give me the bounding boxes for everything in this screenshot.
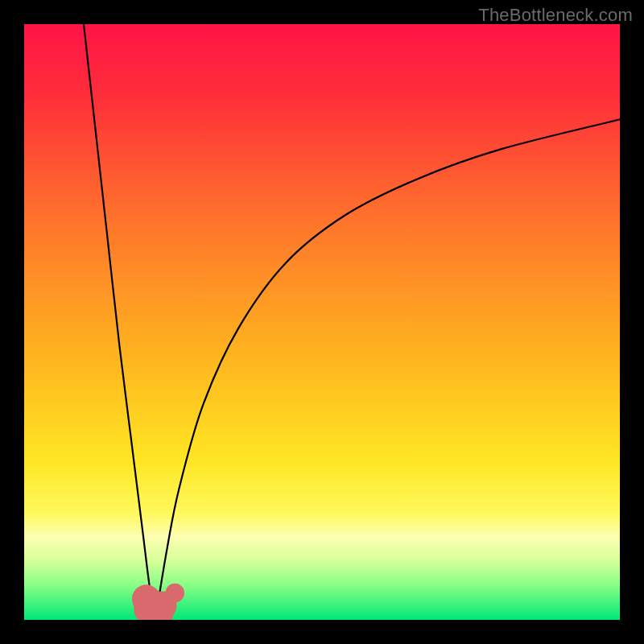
chart-frame: TheBottleneck.com — [0, 0, 644, 644]
valley-markers — [132, 584, 184, 620]
plot-area — [24, 24, 620, 620]
left-branch-curve — [84, 24, 155, 620]
right-branch-curve — [155, 119, 620, 620]
watermark-text: TheBottleneck.com — [478, 5, 633, 26]
curves-layer — [24, 24, 620, 620]
valley-marker — [165, 584, 184, 603]
